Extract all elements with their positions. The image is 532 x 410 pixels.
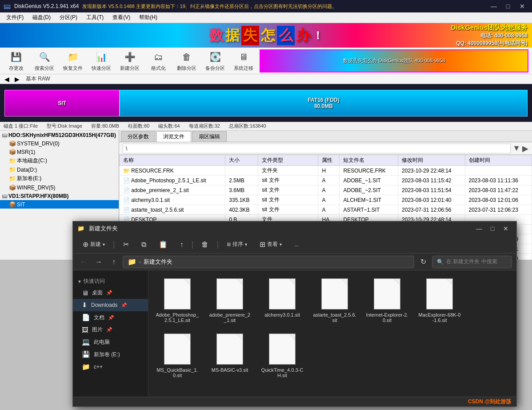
path-dropdown-button[interactable]: ▼ bbox=[512, 144, 520, 153]
sidebar-item-this-pc[interactable]: 💻 此电脑 bbox=[73, 336, 148, 348]
delete-partition-button[interactable]: 🗑 删除分区 bbox=[174, 48, 199, 73]
sidebar-item-desktop[interactable]: 🖥 桌面 📌 bbox=[73, 287, 148, 299]
backup-icon: 💽 bbox=[208, 50, 222, 64]
tree-item-e[interactable]: 📁 新加卷(E:) bbox=[0, 174, 119, 183]
col-created[interactable]: 创建时间 bbox=[465, 155, 532, 166]
tree-item-vd1[interactable]: 🖴 VD1:SITAPP.HFX(80MB) bbox=[0, 192, 119, 200]
cell-created: 2023-08-03 11:11:36 bbox=[465, 176, 532, 185]
refresh-button[interactable]: ↻ bbox=[417, 256, 429, 268]
sidebar-item-e-drive[interactable]: 💾 新加卷 (E:) bbox=[73, 348, 148, 361]
col-modified[interactable]: 修改时间 bbox=[398, 155, 465, 166]
new-partition-button[interactable]: ➕ 新建分区 bbox=[117, 48, 142, 73]
cut-button[interactable]: ✂ bbox=[119, 238, 133, 250]
save-changes-button[interactable]: 💾 存更改 bbox=[4, 48, 28, 73]
menu-file[interactable]: 文件(F) bbox=[2, 13, 28, 22]
view-button[interactable]: ⊞ 查看 ▾ bbox=[255, 238, 286, 250]
explorer-maximize-button[interactable]: □ bbox=[486, 224, 499, 233]
explorer-file-item[interactable]: astarte_toast_2.5.6.sit bbox=[310, 275, 359, 326]
tree-item-msr[interactable]: 📦 MSR(1) bbox=[0, 148, 119, 156]
explorer-file-item[interactable]: Internet-Explorer-2.0.sit bbox=[363, 275, 412, 326]
menu-help[interactable]: 帮助(H) bbox=[135, 13, 162, 22]
explorer-file-item[interactable]: MS_QuickBasic_1.0.sit bbox=[153, 330, 202, 382]
search-partition-button[interactable]: 🔍 搜索分区 bbox=[32, 48, 57, 73]
tree-item-c[interactable]: 📁 本地磁盘(C:) bbox=[0, 156, 119, 165]
search-box[interactable]: 🔍 在 新建文件夹 中搜索 bbox=[432, 256, 512, 268]
pin-icon-dl: 📌 bbox=[121, 302, 127, 308]
explorer-file-item[interactable]: MacExplorer-68K-0-1.6.sit bbox=[415, 275, 464, 326]
table-row[interactable]: 📄 astarte_toast_2.5.6.sit 402.3KB sit 文件… bbox=[120, 205, 532, 215]
menu-view[interactable]: 查看(V) bbox=[108, 13, 135, 22]
explorer-folder-icon: 📁 bbox=[77, 225, 84, 232]
save-icon: 💾 bbox=[9, 50, 23, 64]
back-button[interactable]: ← bbox=[77, 256, 90, 268]
partition-tabs: 分区参数 浏览文件 扇区编辑 bbox=[119, 131, 532, 142]
explorer-file-item[interactable]: QuickTime_4.0.3-CH.sit bbox=[258, 330, 307, 382]
backup-partition-button[interactable]: 💽 备份分区 bbox=[203, 48, 228, 73]
sep3: | bbox=[216, 240, 219, 249]
nav-left-arrow[interactable]: ◀ bbox=[2, 75, 12, 84]
explorer-file-item[interactable]: adobe_premiere_2_1.sit bbox=[205, 275, 254, 326]
col-size[interactable]: 大小 bbox=[225, 155, 258, 166]
tree-item-system-drv[interactable]: 📦 SYSTEM_DRV(0) bbox=[0, 139, 119, 148]
path-go-button[interactable]: ▶ bbox=[522, 144, 528, 153]
explorer-file-item[interactable]: MS-BASIC-v3.sit bbox=[205, 330, 254, 382]
sort-button[interactable]: ≡ 排序 ▾ bbox=[222, 239, 252, 250]
tree-item-hd0[interactable]: 🖴 HDO:SKHynixHFM512GD3HX015H(477GB) bbox=[0, 131, 119, 139]
table-row[interactable]: 📁 RESOURCE.FRK 文件夹 H RESOURCE.FRK 2023-1… bbox=[120, 166, 532, 176]
explorer-file-item[interactable]: Adobe_Photoshop_2.5.1_LE.sit bbox=[153, 275, 202, 326]
explorer-file-item[interactable]: alchemy3.0.1.sit bbox=[258, 275, 307, 326]
nav-right-arrow[interactable]: ▶ bbox=[12, 75, 22, 84]
sidebar-item-pictures[interactable]: 🖼 图片 📌 bbox=[73, 324, 148, 336]
col-attr[interactable]: 属性 bbox=[318, 155, 340, 166]
col-short[interactable]: 短文件名 bbox=[340, 155, 398, 166]
file-corner-bg bbox=[184, 279, 190, 285]
paste-button[interactable]: 📋 bbox=[154, 238, 172, 250]
menu-disk[interactable]: 磁盘(D) bbox=[28, 13, 55, 22]
forward-button[interactable]: → bbox=[92, 256, 105, 268]
copy-icon: ⧉ bbox=[141, 241, 146, 249]
tab-sector-edit[interactable]: 扇区编辑 bbox=[192, 131, 227, 142]
col-type[interactable]: 文件类型 bbox=[258, 155, 318, 166]
csdn-watermark: CSDN @到处游荡 bbox=[468, 398, 511, 406]
tree-c-label: 本地磁盘(C:) bbox=[17, 157, 47, 165]
tree-item-d[interactable]: 📁 Data(D:) bbox=[0, 165, 119, 174]
tree-vd1-label: VD1:SITAPP.HFX(80MB) bbox=[8, 193, 69, 199]
path-bar[interactable]: 📁 › 新建文件夹 bbox=[123, 256, 414, 268]
segment-fat16[interactable]: FAT16 (FDD) 80.0MB bbox=[120, 90, 528, 117]
delete-button[interactable]: 🗑 bbox=[197, 239, 213, 250]
menu-partition[interactable]: 分区(P) bbox=[55, 13, 82, 22]
tree-item-winre[interactable]: 📦 WINRE_DRV(5) bbox=[0, 183, 119, 192]
tree-item-sit[interactable]: 📦 SIT bbox=[0, 200, 119, 209]
maximize-button[interactable]: □ bbox=[502, 2, 514, 11]
explorer-close-button[interactable]: ✕ bbox=[500, 224, 512, 233]
quick-partition-button[interactable]: 📊 快速分区 bbox=[89, 48, 114, 73]
minimize-button[interactable]: — bbox=[488, 2, 500, 11]
sidebar-item-documents[interactable]: 📄 文档 📌 bbox=[73, 311, 148, 324]
more-button[interactable]: ... bbox=[290, 240, 303, 249]
close-button[interactable]: ✕ bbox=[516, 2, 528, 11]
segment-sit[interactable]: SIT bbox=[4, 90, 120, 117]
view-label: 查看 bbox=[267, 241, 278, 248]
cell-modified: 2023-10-29 22:48:14 bbox=[398, 166, 465, 176]
migrate-system-button[interactable]: 🖥 系统迁移 bbox=[231, 48, 256, 73]
up-button[interactable]: ↑ bbox=[108, 256, 120, 268]
sidebar-item-downloads[interactable]: ⬇ Downloads 📌 bbox=[73, 299, 148, 311]
format-button[interactable]: 🗂 格式化 bbox=[146, 48, 171, 73]
copy-button[interactable]: ⧉ bbox=[137, 239, 151, 250]
table-row[interactable]: 📄 alchemy3.0.1.sit 335.1KB sit 文件 A ALCH… bbox=[120, 195, 532, 205]
col-name[interactable]: 名称 bbox=[120, 155, 225, 166]
recover-files-button[interactable]: 📁 恢复文件 bbox=[60, 48, 85, 73]
pc-icon: 💻 bbox=[82, 338, 90, 346]
path-box[interactable]: \ bbox=[123, 144, 511, 153]
tab-browse-files[interactable]: 浏览文件 bbox=[156, 131, 191, 142]
new-button[interactable]: ⊕ 新建 ▾ bbox=[78, 238, 109, 250]
menu-tools[interactable]: 工具(T) bbox=[82, 13, 108, 22]
tab-partition-params[interactable]: 分区参数 bbox=[121, 131, 156, 142]
explorer-minimize-button[interactable]: — bbox=[473, 224, 485, 233]
documents-icon: 📄 bbox=[82, 314, 90, 322]
table-row[interactable]: 📄 Adobe_Photoshop_2.5.1_LE.sit 2.5MB sit… bbox=[120, 176, 532, 185]
file-thumbnail bbox=[374, 278, 400, 310]
table-row[interactable]: 📄 adobe_premiere_2_1.sit 3.6MB sit 文件 A … bbox=[120, 185, 532, 195]
sidebar-item-cpp[interactable]: 📁 c++ bbox=[73, 361, 148, 373]
share-button[interactable]: ↑ bbox=[176, 239, 188, 250]
